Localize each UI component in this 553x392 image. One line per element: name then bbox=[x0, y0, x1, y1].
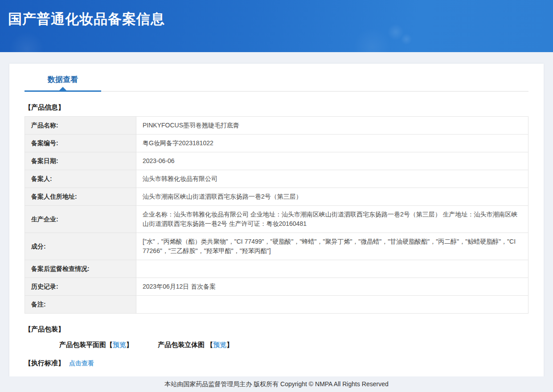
row-value bbox=[136, 296, 528, 314]
tab-data-view[interactable]: 数据查看 bbox=[25, 74, 101, 92]
packaging-section-title: 【产品包装】 bbox=[25, 325, 528, 334]
page-title: 国产普通化妆品备案信息 bbox=[0, 0, 553, 29]
row-value: PINKYFOCUS墨羽卷翘睫毛打底膏 bbox=[136, 117, 528, 135]
table-row: 成分: ["水"，"丙烯酸（酯）类共聚物"，"CI 77499"，"硬脂酸"，"… bbox=[25, 233, 528, 260]
row-value: 企业名称：汕头市韩雅化妆品有限公司 企业地址：汕头市潮南区峡山街道泗联西宅东扬路… bbox=[136, 206, 528, 233]
table-row: 备案人: 汕头市韩雅化妆品有限公司 bbox=[25, 170, 528, 188]
page-footer: 本站由国家药品监督管理局主办 版权所有 Copyright © NMPA All… bbox=[0, 376, 553, 392]
row-label: 备案人: bbox=[25, 170, 136, 188]
packaging-item-3d: 产品包装立体图 【预览】 bbox=[158, 341, 233, 348]
row-label: 产品名称: bbox=[25, 117, 136, 135]
row-label: 成分: bbox=[25, 233, 136, 260]
table-row: 备案人住所地址: 汕头市潮南区峡山街道泗联西宅东扬路一巷2号（第三层） bbox=[25, 188, 528, 206]
bracket-open: 【 bbox=[106, 341, 113, 348]
table-row: 产品名称: PINKYFOCUS墨羽卷翘睫毛打底膏 bbox=[25, 117, 528, 135]
bracket-open: 【 bbox=[206, 341, 213, 348]
footer-text: 本站由国家药品监督管理局主办 版权所有 Copyright © NMPA All… bbox=[164, 380, 388, 388]
table-row: 历史记录: 2023年06月12日 首次备案 bbox=[25, 278, 528, 296]
row-value bbox=[136, 260, 528, 278]
row-label: 备注: bbox=[25, 296, 136, 314]
standard-line: 【执行标准】点击查看 bbox=[25, 359, 528, 368]
row-value: 汕头市潮南区峡山街道泗联西宅东扬路一巷2号（第三层） bbox=[136, 188, 528, 206]
tab-bar: 数据查看 bbox=[25, 64, 528, 92]
main-content: 数据查看 【产品信息】 产品名称: PINKYFOCUS墨羽卷翘睫毛打底膏 备案… bbox=[0, 52, 553, 392]
bracket-close: 】 bbox=[226, 341, 233, 348]
page-header: 国产普通化妆品备案信息 bbox=[0, 0, 553, 52]
row-label: 备案日期: bbox=[25, 152, 136, 170]
row-value: 2023-06-06 bbox=[136, 152, 528, 170]
packaging-3d-label: 产品包装立体图 bbox=[158, 341, 206, 348]
row-value: ["水"，"丙烯酸（酯）类共聚物"，"CI 77499"，"硬脂酸"，"蜂蜡"，… bbox=[136, 233, 528, 260]
row-value: 2023年06月12日 首次备案 bbox=[136, 278, 528, 296]
row-label: 备案后监督检查情况: bbox=[25, 260, 136, 278]
standard-label: 【执行标准】 bbox=[25, 359, 65, 367]
packaging-3d-preview-link[interactable]: 预览 bbox=[213, 341, 226, 348]
packaging-item-flat: 产品包装平面图【预览】 bbox=[59, 341, 135, 348]
standard-view-link[interactable]: 点击查看 bbox=[69, 359, 94, 367]
packaging-line: 产品包装平面图【预览】 产品包装立体图 【预览】 bbox=[59, 341, 528, 349]
table-row: 备案编号: 粤G妆网备字2023181022 bbox=[25, 135, 528, 152]
row-label: 生产企业: bbox=[25, 206, 136, 233]
bracket-close: 】 bbox=[126, 341, 133, 348]
row-label: 备案人住所地址: bbox=[25, 188, 136, 206]
table-row: 备案后监督检查情况: bbox=[25, 260, 528, 278]
table-row: 备注: bbox=[25, 296, 528, 314]
packaging-flat-preview-link[interactable]: 预览 bbox=[113, 341, 126, 348]
table-row: 生产企业: 企业名称：汕头市韩雅化妆品有限公司 企业地址：汕头市潮南区峡山街道泗… bbox=[25, 206, 528, 233]
row-label: 历史记录: bbox=[25, 278, 136, 296]
row-value: 粤G妆网备字2023181022 bbox=[136, 135, 528, 152]
table-row: 备案日期: 2023-06-06 bbox=[25, 152, 528, 170]
row-value: 汕头市韩雅化妆品有限公司 bbox=[136, 170, 528, 188]
row-label: 备案编号: bbox=[25, 135, 136, 152]
product-info-table: 产品名称: PINKYFOCUS墨羽卷翘睫毛打底膏 备案编号: 粤G妆网备字20… bbox=[25, 116, 528, 314]
packaging-flat-label: 产品包装平面图 bbox=[59, 341, 106, 348]
content-card: 数据查看 【产品信息】 产品名称: PINKYFOCUS墨羽卷翘睫毛打底膏 备案… bbox=[9, 64, 544, 392]
product-info-section-title: 【产品信息】 bbox=[25, 103, 528, 112]
